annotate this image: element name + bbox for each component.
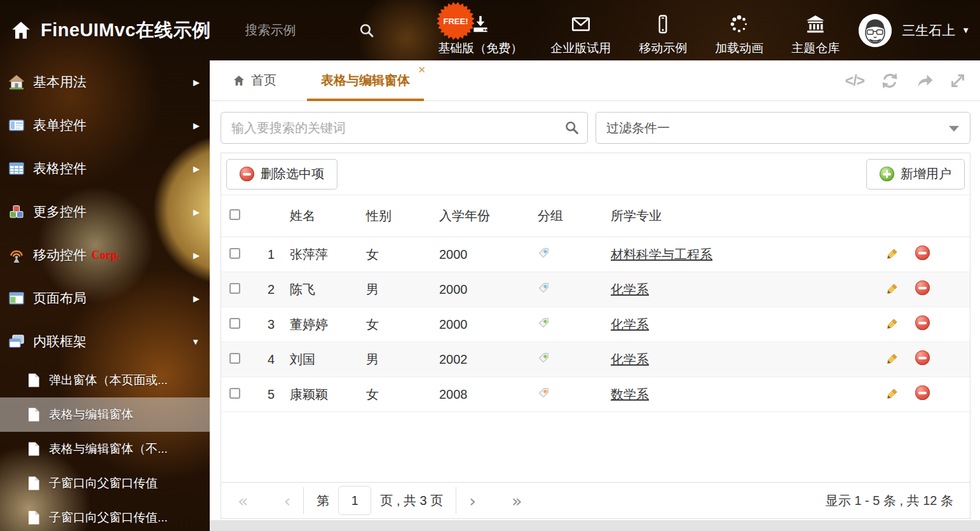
- next-page-button[interactable]: ›: [469, 492, 476, 509]
- delete-selected-button[interactable]: 删除选中项: [226, 159, 337, 190]
- row-checkbox[interactable]: [229, 388, 240, 399]
- table-row: 3 董婷婷 女 2000 化学系: [221, 307, 970, 342]
- sidebar-item-mobile-controls[interactable]: 移动控件 Corp. ▶: [0, 233, 210, 277]
- logo[interactable]: FineUIMvc在线示例: [10, 18, 211, 43]
- edit-icon[interactable]: [885, 388, 915, 401]
- expand-icon[interactable]: [949, 72, 966, 89]
- sidebar-item-more-controls[interactable]: 更多控件 ▶: [0, 190, 210, 233]
- sidebar: 基本用法 ▶ 表单控件 ▶ 表格控件 ▶ 更多控件 ▶: [0, 60, 210, 531]
- cell-year: 2000: [424, 247, 522, 262]
- row-checkbox[interactable]: [229, 248, 240, 259]
- table-row: 4 刘国 男 2002 化学系: [221, 342, 970, 377]
- content-area: 过滤条件一 删除选中项 新增用户: [210, 101, 980, 519]
- sidebar-item-basic-usage[interactable]: 基本用法 ▶: [0, 60, 210, 104]
- delete-icon[interactable]: [915, 245, 970, 263]
- cubes-icon: [8, 203, 25, 220]
- delete-icon[interactable]: [915, 315, 970, 333]
- filter-dropdown-value: 过滤条件一: [606, 120, 670, 137]
- spinner-icon: [728, 13, 751, 35]
- chevron-right-icon: ▶: [193, 164, 200, 174]
- column-header-name[interactable]: 姓名: [275, 207, 351, 224]
- cell-name: 康颖颖: [275, 386, 351, 403]
- column-header-year[interactable]: 入学年份: [424, 207, 522, 224]
- nav-loading-animation[interactable]: 加载动画: [715, 13, 763, 57]
- cell-year: 2008: [424, 387, 522, 402]
- cell-name: 张萍萍: [275, 246, 351, 263]
- sidebar-item-form-controls[interactable]: 表单控件 ▶: [0, 104, 210, 147]
- share-icon[interactable]: [915, 72, 933, 90]
- broadcast-icon: [8, 247, 25, 263]
- envelope-icon: [569, 13, 592, 35]
- cell-gender: 女: [351, 386, 424, 403]
- close-icon[interactable]: ✕: [418, 65, 426, 74]
- minus-circle-icon: [240, 167, 254, 181]
- select-all-checkbox[interactable]: [229, 209, 240, 220]
- tag-icon: [538, 317, 550, 329]
- edit-icon[interactable]: [885, 283, 915, 296]
- tab-home[interactable]: 首页: [229, 60, 280, 100]
- cell-name: 董婷婷: [275, 316, 351, 333]
- active-tab-underline: [307, 99, 424, 101]
- sidebar-subitem-child-to-parent-2[interactable]: 子窗口向父窗口传值...: [0, 500, 210, 531]
- nav-theme-store[interactable]: 主题仓库: [791, 13, 840, 57]
- page-prefix-label: 第: [316, 492, 329, 509]
- page-bottom-strip: [210, 520, 980, 531]
- major-link[interactable]: 化学系: [611, 352, 649, 366]
- first-page-button[interactable]: «: [238, 492, 248, 509]
- layout-icon: [8, 290, 25, 307]
- row-checkbox[interactable]: [229, 353, 240, 364]
- sidebar-item-grid-controls[interactable]: 表格控件 ▶: [0, 147, 210, 190]
- column-header-gender[interactable]: 性别: [351, 207, 424, 224]
- column-header-major[interactable]: 所学专业: [595, 207, 885, 224]
- page-number-input[interactable]: [338, 486, 371, 515]
- nav-enterprise-trial[interactable]: 企业版试用: [550, 13, 611, 57]
- tag-icon: [538, 352, 550, 364]
- edit-icon[interactable]: [885, 318, 915, 331]
- user-name: 三生石上: [902, 22, 955, 39]
- delete-icon[interactable]: [915, 350, 970, 368]
- cell-gender: 男: [351, 281, 424, 298]
- sidebar-item-page-layout[interactable]: 页面布局 ▶: [0, 277, 210, 320]
- tab-grid-edit-window[interactable]: 表格与编辑窗体 ✕: [307, 60, 424, 100]
- refresh-icon[interactable]: [881, 72, 899, 90]
- cell-gender: 女: [351, 246, 424, 263]
- edit-icon[interactable]: [885, 248, 915, 261]
- main-content: 首页 表格与编辑窗体 ✕ </>: [210, 60, 980, 531]
- prev-page-button[interactable]: ‹: [284, 492, 291, 509]
- major-link[interactable]: 材料科学与工程系: [611, 247, 712, 261]
- keyword-search: [221, 112, 588, 144]
- user-menu[interactable]: 三生石上 ▼: [859, 14, 970, 47]
- sidebar-subitem-grid-edit-window[interactable]: 表格与编辑窗体: [0, 397, 210, 432]
- pagination-bar: « ‹ 第 页 , 共 3 页 › » 显示 1 - 5 条 , 共 12 条: [221, 482, 970, 518]
- home-icon: [8, 74, 25, 90]
- row-checkbox[interactable]: [229, 283, 240, 294]
- grid-panel: 删除选中项 新增用户 姓名 性别 入学年份 分组 所学专业: [221, 153, 970, 519]
- major-link[interactable]: 数学系: [611, 387, 649, 401]
- header-search-input[interactable]: [245, 23, 341, 38]
- column-header-group[interactable]: 分组: [522, 207, 595, 224]
- row-checkbox[interactable]: [229, 318, 240, 329]
- sidebar-subitem-popup-window[interactable]: 弹出窗体（本页面或...: [0, 363, 210, 397]
- edit-icon[interactable]: [885, 353, 915, 366]
- source-code-icon[interactable]: </>: [845, 72, 864, 90]
- major-link[interactable]: 化学系: [611, 317, 649, 331]
- header-search: [245, 22, 375, 39]
- chevron-right-icon: ▶: [193, 121, 200, 130]
- chevron-down-icon: ▼: [962, 25, 970, 35]
- mobile-icon: [651, 13, 674, 35]
- delete-icon[interactable]: [915, 280, 970, 298]
- sidebar-subitem-grid-edit-window-2[interactable]: 表格与编辑窗体（不...: [0, 432, 210, 466]
- keyword-search-input[interactable]: [221, 112, 588, 144]
- add-user-button[interactable]: 新增用户: [866, 159, 965, 190]
- sidebar-subitem-child-to-parent[interactable]: 子窗口向父窗口传值: [0, 466, 210, 500]
- nav-mobile-demo[interactable]: 移动示例: [639, 13, 687, 57]
- sidebar-item-iframe[interactable]: 内联框架 ▼: [0, 320, 210, 363]
- delete-icon[interactable]: [915, 385, 970, 403]
- major-link[interactable]: 化学系: [611, 282, 649, 296]
- filter-dropdown[interactable]: 过滤条件一: [595, 112, 970, 144]
- top-header: FineUIMvc在线示例 FREE! 基础版（免费） 企: [0, 0, 980, 60]
- search-icon[interactable]: [564, 120, 580, 138]
- file-icon: [27, 407, 41, 422]
- last-page-button[interactable]: »: [512, 492, 522, 509]
- search-icon[interactable]: [358, 22, 375, 39]
